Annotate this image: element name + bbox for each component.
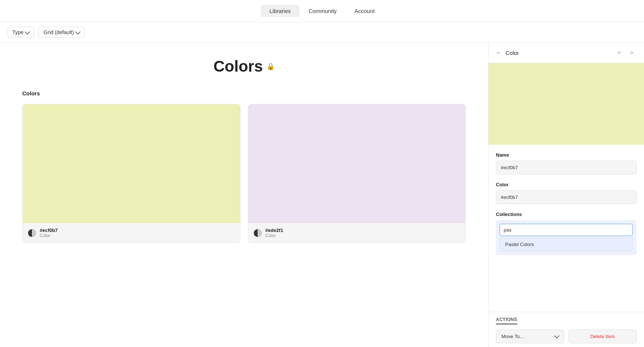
half-circle-icon	[28, 229, 36, 237]
move-to-button[interactable]: Move To...	[496, 330, 564, 343]
panel-body: Name #ecf0b7 Color #ecf0b7 Collections P…	[488, 145, 644, 312]
right-panel: Color < > Name #ecf0b7 Color #ecf0b7 Col…	[488, 43, 644, 347]
collections-search-area: Pastel Colors	[496, 220, 637, 255]
collections-dropdown-item[interactable]: Pastel Colors	[500, 238, 632, 251]
section-label: Colors	[22, 90, 466, 96]
type-dropdown[interactable]: Type	[7, 27, 34, 38]
name-label: Name	[496, 152, 637, 158]
view-dropdown[interactable]: Grid (default)	[39, 27, 85, 38]
collections-input[interactable]	[500, 224, 633, 236]
tab-libraries[interactable]: Libraries	[261, 5, 300, 17]
main-layout: Colors 🔒 Colors #ecf0b7 Color	[0, 43, 644, 347]
panel-title: Color	[506, 50, 519, 56]
toolbar: Type Grid (default)	[0, 22, 644, 43]
page-title: Colors	[213, 58, 263, 75]
collections-dropdown: Pastel Colors	[500, 238, 633, 251]
chevron-down-icon	[25, 29, 30, 34]
color-grid: #ecf0b7 Color #ede2f1 Color	[22, 104, 466, 243]
color-card-info-2: #ede2f1 Color	[248, 223, 466, 243]
lock-icon: 🔒	[267, 62, 275, 71]
panel-preview	[488, 63, 644, 145]
color-swatch-1	[23, 104, 240, 223]
chevron-down-icon	[75, 29, 81, 34]
color-label: Color	[496, 182, 637, 187]
color-card-name-1: #ecf0b7	[40, 227, 58, 233]
top-nav: Libraries Community Account	[0, 0, 644, 22]
tab-community[interactable]: Community	[300, 5, 346, 17]
page-title-row: Colors 🔒	[22, 58, 466, 75]
chevron-down-icon	[554, 333, 559, 338]
panel-header-left: Color	[496, 50, 519, 56]
color-card-type-2: Color	[265, 233, 283, 238]
actions-section: ACTIONS Move To... Delete Item	[488, 312, 644, 347]
color-card-info-1: #ecf0b7 Color	[23, 223, 240, 243]
color-card-name-2: #ede2f1	[265, 227, 283, 233]
next-arrow-icon[interactable]: >	[627, 48, 637, 58]
content-area: Colors 🔒 Colors #ecf0b7 Color	[0, 43, 488, 347]
color-card-2[interactable]: #ede2f1 Color	[248, 104, 466, 243]
name-value: #ecf0b7	[496, 161, 637, 174]
prev-arrow-icon[interactable]: <	[614, 48, 624, 58]
panel-nav-arrows: < >	[614, 48, 637, 58]
collections-label: Collections	[496, 212, 637, 217]
panel-header: Color < >	[488, 43, 644, 63]
color-value: #ecf0b7	[496, 190, 637, 204]
color-card-type-1: Color	[40, 233, 58, 238]
tab-account[interactable]: Account	[346, 5, 383, 17]
half-circle-icon-2	[254, 229, 262, 237]
color-swatch-2	[248, 104, 466, 223]
delete-item-button[interactable]: Delete Item	[569, 330, 637, 343]
actions-row: Move To... Delete Item	[496, 330, 637, 343]
actions-label: ACTIONS	[496, 317, 517, 324]
back-arrow-icon[interactable]	[496, 50, 502, 56]
color-card[interactable]: #ecf0b7 Color	[22, 104, 241, 243]
